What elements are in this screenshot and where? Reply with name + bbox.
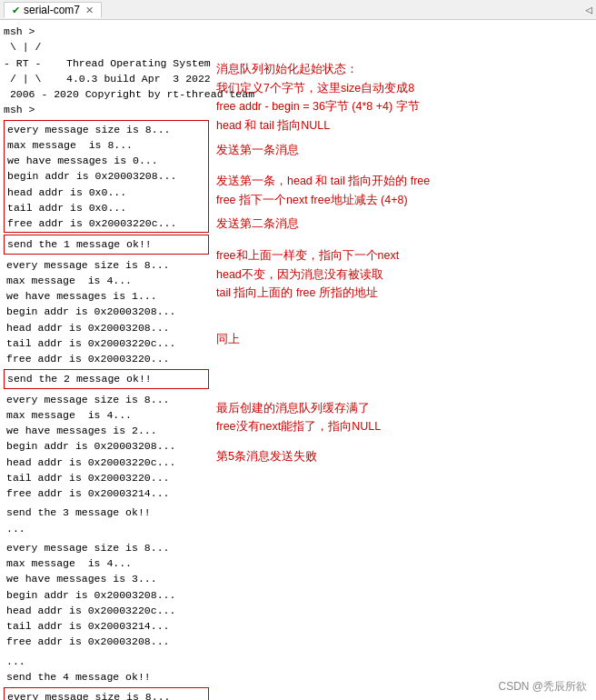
block-5-line-3: we have messages is 2... bbox=[6, 423, 206, 438]
block-7-line-5: head addr is 0x20003220c... bbox=[6, 603, 206, 618]
annotation-6: 同上 bbox=[216, 330, 591, 349]
title-bar: ✔ serial-com7 ✕ ◁ bbox=[0, 0, 596, 20]
block-3-line-1: every message size is 8... bbox=[6, 257, 206, 273]
block-7-line-4: begin addr is 0x20003208... bbox=[6, 587, 206, 603]
block-2-line-1: send the 1 message ok!! bbox=[7, 236, 205, 252]
block-1-line-3: we have messages is 0... bbox=[7, 153, 205, 168]
annotation-7-line-2: free没有next能指了，指向NULL bbox=[216, 417, 591, 436]
block-5-line-5: head addr is 0x20003220c... bbox=[6, 455, 206, 470]
block-2: send the 1 message ok!! bbox=[4, 235, 209, 254]
right-annotations: 消息队列初始化起始状态： 我们定义7个字节，这里size自动变成8 free a… bbox=[216, 24, 591, 467]
block-9: every message size is 8... max message i… bbox=[4, 687, 209, 700]
main-content: msh > \ | / - RT - Thread Operating Syst… bbox=[0, 20, 596, 700]
block-8-line-1: ... bbox=[6, 654, 206, 669]
block-3-line-4: begin addr is 0x20003208... bbox=[6, 304, 206, 319]
block-5-line-2: max message is 4... bbox=[6, 407, 206, 423]
annotation-1: 消息队列初始化起始状态： 我们定义7个字节，这里size自动变成8 free a… bbox=[216, 60, 591, 135]
annotation-7-line-1: 最后创建的消息队列缓存满了 bbox=[216, 399, 591, 418]
block-6-line-2: ... bbox=[6, 521, 206, 536]
boot-line-2: - RT - Thread Operating System bbox=[4, 55, 209, 71]
prompt-line: msh > bbox=[4, 24, 209, 39]
close-icon[interactable]: ✕ bbox=[85, 5, 94, 16]
block-6: send the 3 message ok!! ... bbox=[4, 504, 209, 537]
boot-line-1: \ | / bbox=[4, 39, 209, 55]
tab-label: serial-com7 bbox=[24, 4, 80, 16]
tab-check-icon: ✔ bbox=[12, 5, 20, 16]
block-7: every message size is 8... max message i… bbox=[4, 539, 209, 651]
annotation-1-line-2: free addr - begin = 36字节 (4*8 +4) 字节 bbox=[216, 97, 591, 116]
block-1-line-1: every message size is 8... bbox=[7, 122, 205, 137]
annotation-5-line-2: head不变，因为消息没有被读取 bbox=[216, 265, 591, 285]
block-4-line-1: send the 2 message ok!! bbox=[7, 371, 205, 386]
block-5-line-1: every message size is 8... bbox=[6, 392, 206, 407]
block-7-line-1: every message size is 8... bbox=[6, 540, 206, 555]
left-content: msh > \ | / - RT - Thread Operating Syst… bbox=[0, 20, 213, 700]
block-6-line-1: send the 3 message ok!! bbox=[6, 505, 206, 520]
block-9-line-1: every message size is 8... bbox=[7, 689, 205, 700]
block-3-line-5: head addr is 0x20003208... bbox=[6, 320, 206, 335]
annotation-5: free和上面一样变，指向下一个next head不变，因为消息没有被读取 ta… bbox=[216, 246, 591, 303]
annotation-8: 第5条消息发送失败 bbox=[216, 447, 591, 466]
tab[interactable]: ✔ serial-com7 ✕ bbox=[4, 2, 102, 18]
block-1-line-5: head addr is 0x0... bbox=[7, 185, 205, 200]
block-7-line-6: tail addr is 0x20003214... bbox=[6, 618, 206, 634]
boot-line-4: 2006 - 2020 Copyright by rt-thread team bbox=[4, 86, 209, 102]
block-1-line-2: max message is 8... bbox=[7, 137, 205, 153]
annotation-7: 最后创建的消息队列缓存满了 free没有next能指了，指向NULL bbox=[216, 399, 591, 436]
block-5-line-6: tail addr is 0x20003220... bbox=[6, 470, 206, 485]
annotation-2-title: 发送第一条消息 bbox=[216, 141, 591, 160]
block-4: send the 2 message ok!! bbox=[4, 369, 209, 388]
block-5-line-4: begin addr is 0x20003208... bbox=[6, 438, 206, 454]
annotation-6-title: 同上 bbox=[216, 330, 591, 349]
annotation-1-line-3: head 和 tail 指向NULL bbox=[216, 116, 591, 135]
collapse-icon[interactable]: ◁ bbox=[585, 3, 592, 17]
block-7-line-7: free addr is 0x20003208... bbox=[6, 634, 206, 649]
block-3: every message size is 8... max message i… bbox=[4, 256, 209, 368]
block-7-line-2: max message is 4... bbox=[6, 555, 206, 571]
block-5-line-7: free addr is 0x20003214... bbox=[6, 485, 206, 501]
block-7-line-3: we have messages is 3... bbox=[6, 571, 206, 586]
annotation-3-line-2: free 指下一个next free地址减去 (4+8) bbox=[216, 191, 591, 210]
block-3-line-7: free addr is 0x20003220... bbox=[6, 351, 206, 366]
annotation-8-title: 第5条消息发送失败 bbox=[216, 447, 591, 466]
annotation-4: 发送第二条消息 bbox=[216, 215, 591, 234]
annotation-3-line-1: 发送第一条，head 和 tail 指向开始的 free bbox=[216, 172, 591, 191]
annotation-5-line-3: tail 指向上面的 free 所指的地址 bbox=[216, 284, 591, 303]
annotation-5-line-1: free和上面一样变，指向下一个next bbox=[216, 246, 591, 265]
block-8-line-2: send the 4 message ok!! bbox=[6, 669, 206, 685]
annotation-4-title: 发送第二条消息 bbox=[216, 215, 591, 234]
prompt-line-2: msh > bbox=[4, 102, 209, 117]
block-1-line-6: tail addr is 0x0... bbox=[7, 200, 205, 215]
boot-line-3: / | \ 4.0.3 build Apr 3 2022 bbox=[4, 71, 209, 86]
block-5: every message size is 8... max message i… bbox=[4, 391, 209, 503]
watermark-text: CSDN @秃辰所欲 bbox=[498, 680, 587, 693]
block-3-line-3: we have messages is 1... bbox=[6, 288, 206, 304]
annotation-1-title: 消息队列初始化起始状态： bbox=[216, 60, 591, 79]
annotation-3: 发送第一条，head 和 tail 指向开始的 free free 指下一个ne… bbox=[216, 172, 591, 209]
watermark: CSDN @秃辰所欲 bbox=[498, 679, 587, 695]
annotation-1-line-1: 我们定义7个字节，这里size自动变成8 bbox=[216, 79, 591, 98]
block-1-line-7: free addr is 0x20003220c... bbox=[7, 215, 205, 231]
block-1: every message size is 8... max message i… bbox=[4, 120, 209, 234]
block-8: ... send the 4 message ok!! bbox=[4, 653, 209, 686]
block-3-line-6: tail addr is 0x20003220c... bbox=[6, 335, 206, 351]
block-3-line-2: max message is 4... bbox=[6, 273, 206, 288]
annotation-2: 发送第一条消息 bbox=[216, 141, 591, 160]
block-1-line-4: begin addr is 0x20003208... bbox=[7, 168, 205, 184]
